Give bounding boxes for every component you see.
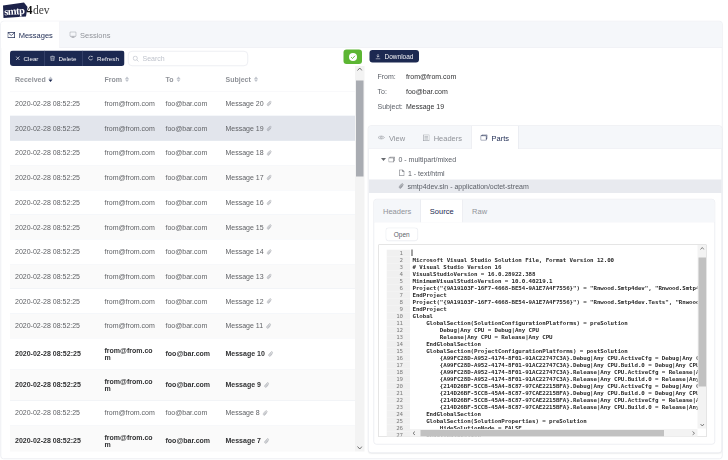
to-cell: foo@bar.com [166, 409, 208, 417]
line-text: {214D26BF-5CCB-45A4-8C87-97CAE2215BFA}.D… [410, 390, 699, 397]
scroll-right-icon[interactable] [691, 429, 696, 437]
line-number: 13 [387, 334, 411, 341]
sort-carets-icon[interactable] [125, 76, 129, 82]
subject-value: Message 19 [406, 102, 444, 110]
message-row[interactable]: 2020-02-28 08:52:25 from@from.com foo@ba… [10, 338, 355, 369]
paperclip-icon [267, 298, 273, 304]
column-header[interactable]: To [163, 68, 221, 92]
line-number: 23 [387, 404, 411, 411]
message-table-header: Received From To [10, 68, 355, 92]
message-table: Received From To [10, 68, 355, 452]
tab-messages-label: Messages [19, 31, 53, 40]
received-cell: 2020-02-28 08:52:25 [15, 174, 80, 182]
connection-status-button[interactable] [344, 50, 363, 65]
line-text: EndProject [410, 306, 447, 313]
paperclip-icon [267, 125, 273, 131]
message-row[interactable]: 2020-02-28 08:52:25 from@from.com foo@ba… [10, 264, 355, 289]
column-header[interactable]: Received [10, 68, 100, 92]
app-card: Messages Sessions Clear [1, 21, 723, 459]
code-line: 22 {214D26BF-5CCB-45A4-8C87-97CAE2215BFA… [387, 397, 700, 404]
tab-sessions[interactable]: Sessions [60, 22, 120, 49]
svg-text:smtp: smtp [4, 5, 26, 17]
to-value: foo@bar.com [406, 87, 448, 95]
message-row[interactable]: 2020-02-28 08:52:25 from@from.com foo@ba… [10, 289, 355, 314]
message-row[interactable]: 2020-02-28 08:52:25 from@from.com foo@ba… [10, 141, 355, 166]
delete-button[interactable]: Delete [44, 51, 82, 67]
clear-button[interactable]: Clear [10, 51, 44, 67]
tab-parts[interactable]: Parts [471, 126, 519, 149]
tree-node-label: 0 - multipart/mixed [399, 155, 457, 163]
code-horizontal-scrollbar[interactable] [410, 429, 698, 437]
page-root: smtp 4 dev Messages Sessions [0, 0, 728, 460]
scrollbar-thumb[interactable] [699, 258, 707, 387]
message-row[interactable]: 2020-02-28 08:52:25 from@from.com foo@ba… [10, 370, 355, 401]
to-cell: foo@bar.com [166, 174, 208, 182]
sort-carets-icon[interactable] [254, 76, 258, 82]
subject-cell: Message 18 [226, 149, 264, 157]
view-tabbar: View Headers Parts [369, 126, 722, 149]
code-line: 2 Microsoft Visual Studio Solution File,… [387, 257, 700, 264]
expand-caret-icon[interactable] [381, 158, 386, 161]
code-line: 8 Project("{9A19103F-16F7-4668-BE54-9A1E… [387, 299, 700, 306]
scroll-down-icon[interactable] [355, 446, 365, 450]
column-header-label: Subject [226, 75, 251, 83]
message-row[interactable]: 2020-02-28 08:52:25 from@from.com foo@ba… [10, 116, 355, 141]
message-row[interactable]: 2020-02-28 08:52:25 from@from.com foo@ba… [10, 190, 355, 215]
message-row[interactable]: 2020-02-28 08:52:25 from@from.com foo@ba… [10, 401, 355, 426]
line-number: 9 [387, 306, 411, 313]
message-row[interactable]: 2020-02-28 08:52:25 from@from.com foo@ba… [10, 92, 355, 117]
column-header[interactable]: Subject [220, 68, 355, 92]
download-button[interactable]: Download [370, 50, 420, 63]
document-icon [399, 170, 405, 177]
code-line: 9 EndProject [387, 306, 700, 313]
tab-headers[interactable]: Headers [414, 126, 471, 149]
received-cell: 2020-02-28 08:52:25 [15, 409, 80, 417]
scrollbar-thumb[interactable] [356, 81, 364, 177]
tree-node-multipart[interactable]: 0 - multipart/mixed [369, 153, 722, 166]
code-line: 11 GlobalSection(SolutionConfigurationPl… [387, 320, 700, 327]
tab-part-source[interactable]: Source [420, 200, 463, 223]
code-line: 16 {A99FC28D-A952-4174-8F01-91AC22747C3A… [387, 355, 700, 362]
from-cell: from@from.com [105, 433, 156, 448]
line-number: 14 [387, 341, 411, 348]
scroll-left-icon[interactable] [412, 429, 417, 437]
message-row[interactable]: 2020-02-28 08:52:25 from@from.com foo@ba… [10, 215, 355, 240]
paperclip-icon [267, 175, 273, 181]
scroll-up-icon[interactable] [355, 68, 365, 72]
tree-node-attachment[interactable]: smtp4dev.sln - application/octet-stream [369, 179, 722, 192]
refresh-button[interactable]: Refresh [82, 51, 124, 67]
message-row[interactable]: 2020-02-28 08:52:25 from@from.com foo@ba… [10, 314, 355, 339]
open-button[interactable]: Open [386, 228, 419, 242]
chat-icon [70, 32, 77, 39]
scroll-down-icon[interactable] [698, 424, 707, 427]
search-input[interactable]: Search [128, 51, 248, 66]
paperclip-icon [264, 438, 270, 444]
message-row[interactable]: 2020-02-28 08:52:25 from@from.com foo@ba… [10, 166, 355, 191]
tab-view[interactable]: View [369, 126, 415, 149]
line-number: 20 [387, 383, 411, 390]
subject-cell: Message 19 [226, 125, 264, 133]
scrollbar-thumb[interactable] [421, 430, 665, 437]
sort-carets-icon[interactable] [177, 76, 181, 82]
tree-node-texthtml[interactable]: 1 - text/html [369, 166, 722, 179]
message-row[interactable]: 2020-02-28 08:52:25 from@from.com foo@ba… [10, 426, 355, 452]
code-vertical-scrollbar[interactable] [698, 245, 707, 429]
trash-icon [50, 56, 55, 62]
tab-part-headers[interactable]: Headers [374, 200, 420, 223]
sort-carets-icon[interactable] [49, 76, 53, 82]
paperclip-icon [267, 249, 273, 255]
line-number: 17 [387, 362, 411, 369]
message-list-scrollbar[interactable] [355, 66, 365, 452]
tab-messages[interactable]: Messages [1, 22, 60, 49]
line-number: 16 [387, 355, 411, 362]
message-row[interactable]: 2020-02-28 08:52:25 from@from.com foo@ba… [10, 240, 355, 265]
parts-icon [480, 135, 487, 141]
from-cell: from@from.com [105, 125, 155, 133]
column-header[interactable]: From [100, 68, 163, 92]
scroll-up-icon[interactable] [698, 247, 707, 250]
line-number: 3 [387, 264, 411, 271]
code-line: 17 {A99FC28D-A952-4174-8F01-91AC22747C3A… [387, 362, 700, 369]
tab-part-raw[interactable]: Raw [463, 200, 496, 223]
code-line: 21 {214D26BF-5CCB-45A4-8C87-97CAE2215BFA… [387, 390, 700, 397]
line-number: 1 [387, 250, 411, 257]
